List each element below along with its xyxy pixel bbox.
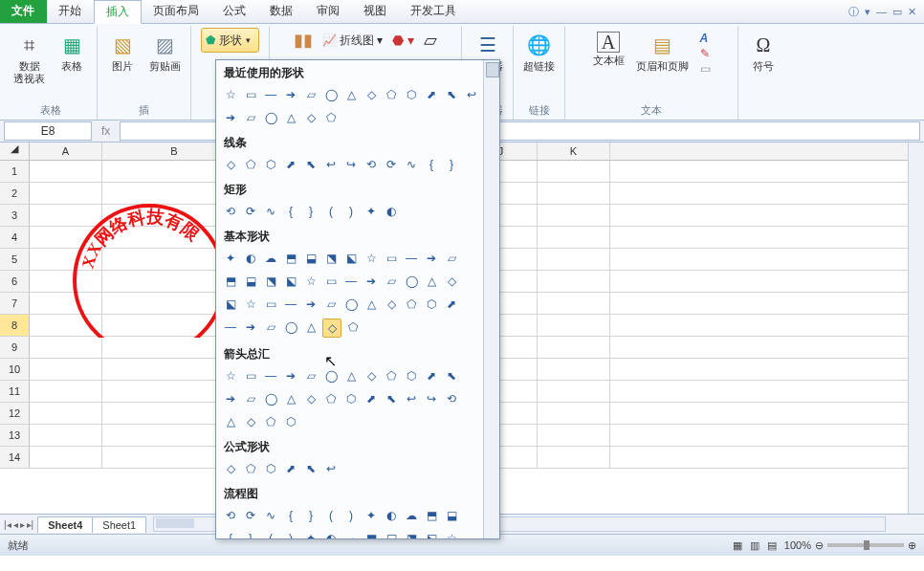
tab-开发工具[interactable]: 开发工具 bbox=[399, 0, 469, 23]
shape-option[interactable]: ◯ bbox=[262, 109, 279, 126]
tab-开始[interactable]: 开始 bbox=[47, 0, 94, 23]
shape-option[interactable]: — bbox=[342, 273, 360, 290]
view-layout-icon[interactable]: ▥ bbox=[750, 539, 759, 552]
shape-option[interactable]: ⬕ bbox=[423, 530, 440, 539]
shape-option[interactable]: — bbox=[262, 367, 279, 384]
cell[interactable] bbox=[538, 315, 610, 336]
picture-button[interactable]: ▧图片 bbox=[107, 32, 138, 73]
help-icon[interactable]: ⓘ bbox=[848, 5, 859, 19]
name-box[interactable]: E8 bbox=[4, 121, 92, 141]
shape-option[interactable]: ⟳ bbox=[242, 203, 259, 220]
cell[interactable] bbox=[30, 227, 102, 248]
tab-file[interactable]: 文件 bbox=[0, 0, 47, 23]
clipart-button[interactable]: ▨剪贴画 bbox=[149, 32, 181, 73]
row-header[interactable]: 5 bbox=[0, 249, 30, 270]
shape-option[interactable]: ⬉ bbox=[443, 367, 460, 384]
shape-option[interactable]: ◐ bbox=[383, 507, 400, 524]
shape-option[interactable]: ∿ bbox=[403, 156, 420, 173]
wordart-icon[interactable]: A bbox=[700, 32, 711, 45]
shape-option[interactable]: — bbox=[282, 296, 299, 313]
row-header[interactable]: 4 bbox=[0, 227, 30, 248]
shape-option[interactable]: ⬠ bbox=[322, 390, 340, 407]
shape-option[interactable]: △ bbox=[363, 296, 380, 313]
shape-option[interactable]: △ bbox=[302, 318, 319, 336]
select-all-corner[interactable]: ◢ bbox=[0, 143, 30, 160]
shape-option[interactable]: ⬒ bbox=[222, 273, 239, 290]
cell[interactable] bbox=[538, 293, 610, 314]
shape-option[interactable]: ⬠ bbox=[383, 86, 400, 103]
cell[interactable] bbox=[538, 381, 610, 402]
tab-视图[interactable]: 视图 bbox=[352, 0, 399, 23]
shape-option[interactable]: ➔ bbox=[282, 86, 299, 103]
shape-option[interactable]: { bbox=[282, 203, 299, 220]
shape-option[interactable]: ➔ bbox=[363, 273, 380, 290]
shape-option[interactable]: ↩ bbox=[322, 460, 340, 477]
shape-option[interactable]: } bbox=[302, 203, 319, 220]
col-header[interactable]: K bbox=[538, 143, 610, 160]
shape-option[interactable]: ) bbox=[342, 507, 360, 524]
close-icon[interactable]: ✕ bbox=[908, 6, 916, 18]
row-header[interactable]: 10 bbox=[0, 359, 30, 380]
signature-icon[interactable]: ✎ bbox=[700, 47, 711, 60]
cell[interactable] bbox=[30, 425, 102, 446]
shape-option[interactable]: ⬡ bbox=[262, 460, 279, 477]
shape-option[interactable]: ⬡ bbox=[423, 296, 440, 313]
chart-button[interactable]: ▱ bbox=[424, 30, 437, 51]
shape-option[interactable]: ⬓ bbox=[383, 530, 400, 539]
shape-option[interactable]: — bbox=[262, 86, 279, 103]
shape-option[interactable]: ⬡ bbox=[403, 86, 420, 103]
shape-option[interactable]: ⬡ bbox=[262, 156, 279, 173]
shape-option[interactable]: ⟲ bbox=[443, 390, 460, 407]
column-chart-icon[interactable]: ▮▮ bbox=[294, 30, 313, 51]
shape-option[interactable]: ⬠ bbox=[242, 460, 259, 477]
row-header[interactable]: 8 bbox=[0, 315, 30, 336]
fx-icon[interactable]: fx bbox=[96, 124, 116, 138]
shape-option[interactable]: — bbox=[222, 318, 239, 336]
row-header[interactable]: 9 bbox=[0, 337, 30, 358]
shape-option[interactable]: ✦ bbox=[302, 530, 319, 539]
shape-option[interactable]: ⬔ bbox=[322, 250, 340, 267]
shape-option[interactable]: ▱ bbox=[242, 390, 259, 407]
shape-option[interactable]: ⬈ bbox=[423, 367, 440, 384]
shape-option[interactable]: ◯ bbox=[322, 86, 340, 103]
shape-option[interactable]: ▱ bbox=[383, 273, 400, 290]
shape-option[interactable]: ◇ bbox=[322, 318, 341, 338]
textbox-button[interactable]: A文本框 bbox=[593, 32, 625, 67]
shape-option[interactable]: ↩ bbox=[403, 390, 420, 407]
shape-option[interactable]: ◇ bbox=[443, 273, 460, 290]
shape-option[interactable]: } bbox=[302, 507, 319, 524]
shape-option[interactable]: △ bbox=[423, 273, 440, 290]
sheet-tab[interactable]: Sheet1 bbox=[92, 516, 146, 533]
shape-option[interactable]: ⬔ bbox=[403, 530, 420, 539]
cell[interactable] bbox=[30, 315, 102, 336]
cell[interactable] bbox=[538, 359, 610, 380]
cell[interactable] bbox=[538, 337, 610, 358]
shape-option[interactable]: ◇ bbox=[363, 86, 380, 103]
shape-option[interactable]: ⟲ bbox=[222, 507, 239, 524]
shape-option[interactable]: △ bbox=[282, 390, 299, 407]
shape-option[interactable]: ⬓ bbox=[242, 273, 259, 290]
row-header[interactable]: 6 bbox=[0, 271, 30, 292]
shape-option[interactable]: ➔ bbox=[282, 367, 299, 384]
cell[interactable] bbox=[30, 271, 102, 292]
shape-option[interactable]: ☆ bbox=[222, 367, 239, 384]
cell[interactable] bbox=[30, 205, 102, 226]
shape-option[interactable]: ↪ bbox=[423, 390, 440, 407]
shape-option[interactable]: ⬠ bbox=[383, 367, 400, 384]
cell[interactable] bbox=[30, 447, 102, 468]
shape-option[interactable]: ▭ bbox=[262, 296, 279, 313]
col-header[interactable]: A bbox=[30, 143, 102, 160]
shape-option[interactable]: ◇ bbox=[363, 367, 380, 384]
shape-option[interactable]: ◐ bbox=[322, 530, 340, 539]
ribbon-collapse-icon[interactable]: ▾ bbox=[865, 6, 870, 18]
shape-option[interactable]: △ bbox=[342, 367, 360, 384]
shape-option[interactable]: ➔ bbox=[423, 250, 440, 267]
shape-option[interactable]: ) bbox=[342, 203, 360, 220]
shape-option[interactable]: } bbox=[443, 156, 460, 173]
shape-option[interactable]: ▭ bbox=[383, 250, 400, 267]
shape-option[interactable]: ◯ bbox=[342, 296, 360, 313]
shape-option[interactable]: ◇ bbox=[222, 156, 239, 173]
shape-option[interactable]: ⬈ bbox=[443, 296, 460, 313]
shape-option[interactable]: ⟲ bbox=[363, 156, 380, 173]
shape-option[interactable]: ▱ bbox=[262, 318, 279, 336]
